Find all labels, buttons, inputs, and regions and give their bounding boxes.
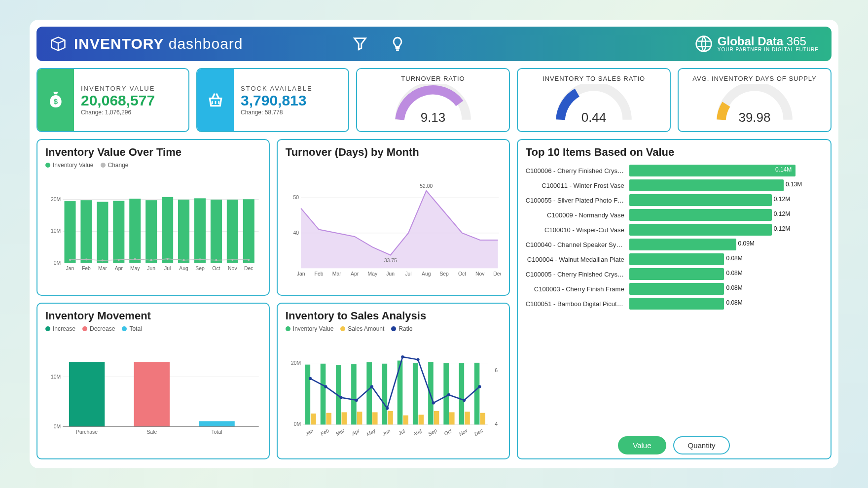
svg-rect-82 <box>321 364 326 425</box>
gauge-value: 39.98 <box>686 110 824 125</box>
svg-rect-98 <box>403 416 408 425</box>
svg-text:Apr: Apr <box>350 428 361 437</box>
toggle-quantity-button[interactable]: Quantity <box>673 436 730 454</box>
svg-text:Sale: Sale <box>146 429 157 435</box>
chart-grid: Inventory Value Over Time Inventory Valu… <box>36 139 832 459</box>
gauge-label: AVG. INVENTORY DAYS OF SUPPLY <box>686 75 824 82</box>
brand-logo: Global Data 365 YOUR PARTNER IN DIGITAL … <box>695 35 819 53</box>
item-name: C100006 - Cherry Finished Cryst… <box>526 167 629 174</box>
svg-text:Apr: Apr <box>351 271 359 277</box>
svg-text:Jun: Jun <box>381 428 391 437</box>
item-value: 0.14M <box>775 166 792 173</box>
svg-text:40: 40 <box>293 230 299 236</box>
svg-text:Sep: Sep <box>439 271 449 277</box>
legend-item: Total <box>129 325 142 332</box>
svg-point-36 <box>134 258 136 260</box>
item-name: C100004 - Walnut Medallian Plate <box>526 256 629 263</box>
svg-point-126 <box>478 385 481 388</box>
svg-point-43 <box>248 259 250 261</box>
svg-text:Jul: Jul <box>164 266 171 271</box>
svg-point-119 <box>370 385 373 388</box>
svg-rect-91 <box>366 362 372 425</box>
svg-text:Feb: Feb <box>320 428 330 437</box>
svg-rect-14 <box>113 201 124 263</box>
box-icon <box>49 35 67 53</box>
svg-text:50: 50 <box>293 195 299 200</box>
svg-text:Jan: Jan <box>297 271 305 277</box>
gauge-days-supply: AVG. INVENTORY DAYS OF SUPPLY 39.98 <box>678 68 832 132</box>
kpi-label: STOCK AVAILABLE <box>241 85 313 92</box>
svg-rect-103 <box>428 362 434 424</box>
svg-text:Aug: Aug <box>411 428 423 437</box>
svg-rect-100 <box>413 363 418 425</box>
top-item-row: C100005 - Cherry Finished Cryst…0.08M <box>526 268 823 280</box>
svg-text:Dec: Dec <box>244 266 253 271</box>
svg-rect-26 <box>211 200 222 263</box>
svg-text:0M: 0M <box>294 421 301 427</box>
chart-movement: 0M10MPurchaseSaleTotal <box>45 335 261 454</box>
item-bar: 0.08M <box>629 253 823 265</box>
item-bar: 0.12M <box>629 209 823 221</box>
svg-text:May: May <box>365 427 377 437</box>
svg-rect-107 <box>449 412 455 424</box>
svg-text:Jan: Jan <box>304 428 314 437</box>
item-name: C100005 - Cherry Finished Cryst… <box>526 271 629 278</box>
svg-text:Purchase: Purchase <box>76 429 98 435</box>
panel-inventory-value-over-time: Inventory Value Over Time Inventory Valu… <box>36 139 270 296</box>
legend: Inventory Value Change <box>45 162 261 169</box>
svg-rect-18 <box>145 200 157 263</box>
svg-rect-110 <box>465 412 470 424</box>
svg-text:Aug: Aug <box>422 271 431 277</box>
svg-text:Nov: Nov <box>458 427 469 437</box>
svg-text:Feb: Feb <box>314 271 323 277</box>
svg-text:Feb: Feb <box>82 266 91 271</box>
item-value: 0.12M <box>774 196 790 203</box>
top-item-row: C100011 - Winter Frost Vase0.13M <box>526 179 823 191</box>
svg-rect-101 <box>418 415 424 424</box>
svg-text:0M: 0M <box>54 260 61 266</box>
svg-text:20M: 20M <box>291 360 301 366</box>
gauge-inv-sales: INVENTORY TO SALES RATIO 0.44 <box>517 68 671 132</box>
svg-point-118 <box>355 399 358 402</box>
svg-text:20M: 20M <box>51 197 61 202</box>
filter-icon[interactable] <box>352 35 368 52</box>
svg-point-116 <box>324 385 327 388</box>
svg-rect-24 <box>194 198 206 263</box>
kpi-stock-available: STOCK AVAILABLE 3,790,813 Change: 58,778 <box>196 68 349 132</box>
kpi-change: Change: 58,778 <box>241 109 313 116</box>
svg-point-121 <box>401 355 404 358</box>
basket-icon <box>197 69 234 131</box>
svg-rect-88 <box>351 364 357 424</box>
legend-item: Inventory Value <box>293 325 334 332</box>
panel-title: Top 10 Items Based on Value <box>526 146 823 159</box>
top-item-row: C100004 - Walnut Medallian Plate0.08M <box>526 253 823 265</box>
lightbulb-icon[interactable] <box>389 35 406 52</box>
legend: Increase Decrease Total <box>45 325 261 332</box>
svg-point-37 <box>150 259 152 261</box>
svg-point-42 <box>231 259 233 261</box>
toggle-value-button[interactable]: Value <box>618 436 666 454</box>
gauge-turnover: TURNOVER RATIO 9.13 <box>356 68 510 132</box>
svg-text:Aug: Aug <box>179 266 188 271</box>
kpi-value: 3,790,813 <box>241 92 313 109</box>
svg-point-125 <box>463 399 466 402</box>
globe-icon <box>695 35 713 53</box>
svg-rect-95 <box>388 411 393 424</box>
svg-text:10M: 10M <box>51 228 61 234</box>
svg-text:52.00: 52.00 <box>420 183 433 189</box>
panel-inventory-sales: Inventory to Sales Analysis Inventory Va… <box>277 303 510 459</box>
svg-text:Total: Total <box>212 429 222 435</box>
top-item-row: C100010 - Wisper-Cut Vase0.12M <box>526 224 823 236</box>
item-bar: 0.08M <box>629 283 823 295</box>
item-value: 0.13M <box>786 181 802 188</box>
kpi-inventory-value: $ INVENTORY VALUE 20,068,577 Change: 1,0… <box>36 68 189 132</box>
legend: Inventory Value Sales Amount Ratio <box>286 325 501 332</box>
svg-point-41 <box>215 259 217 261</box>
item-value: 0.08M <box>726 299 742 306</box>
brand-suffix: 365 <box>787 35 806 48</box>
svg-point-38 <box>167 258 169 260</box>
svg-rect-20 <box>162 197 173 263</box>
panel-top-items: Top 10 Items Based on Value C100006 - Ch… <box>517 139 832 459</box>
svg-rect-80 <box>311 414 316 424</box>
legend-item: Sales Amount <box>348 325 384 332</box>
